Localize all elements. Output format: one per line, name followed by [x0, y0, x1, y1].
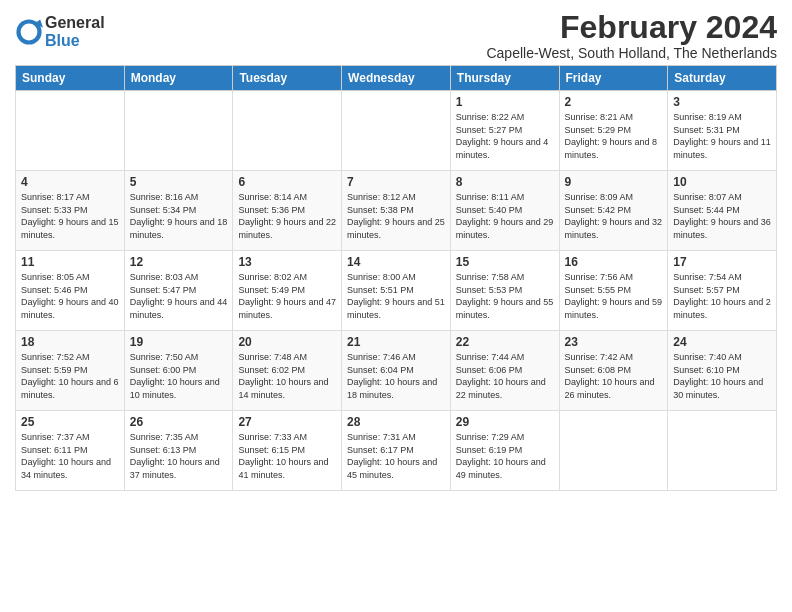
week-row-1: 4Sunrise: 8:17 AM Sunset: 5:33 PM Daylig…	[16, 171, 777, 251]
day-info-1: Sunrise: 8:22 AM Sunset: 5:27 PM Dayligh…	[456, 111, 554, 161]
cell-3-1: 19Sunrise: 7:50 AM Sunset: 6:00 PM Dayli…	[124, 331, 233, 411]
cell-4-6	[668, 411, 777, 491]
cell-4-2: 27Sunrise: 7:33 AM Sunset: 6:15 PM Dayli…	[233, 411, 342, 491]
day-info-8: Sunrise: 8:11 AM Sunset: 5:40 PM Dayligh…	[456, 191, 554, 241]
logo-icon	[15, 18, 43, 46]
subtitle: Capelle-West, South Holland, The Netherl…	[486, 45, 777, 61]
cell-2-2: 13Sunrise: 8:02 AM Sunset: 5:49 PM Dayli…	[233, 251, 342, 331]
day-info-10: Sunrise: 8:07 AM Sunset: 5:44 PM Dayligh…	[673, 191, 771, 241]
day-number-10: 10	[673, 175, 771, 189]
day-number-6: 6	[238, 175, 336, 189]
day-number-17: 17	[673, 255, 771, 269]
cell-0-2	[233, 91, 342, 171]
day-number-29: 29	[456, 415, 554, 429]
day-number-15: 15	[456, 255, 554, 269]
day-info-6: Sunrise: 8:14 AM Sunset: 5:36 PM Dayligh…	[238, 191, 336, 241]
cell-0-6: 3Sunrise: 8:19 AM Sunset: 5:31 PM Daylig…	[668, 91, 777, 171]
cell-0-4: 1Sunrise: 8:22 AM Sunset: 5:27 PM Daylig…	[450, 91, 559, 171]
calendar-header-row: Sunday Monday Tuesday Wednesday Thursday…	[16, 66, 777, 91]
day-number-22: 22	[456, 335, 554, 349]
cell-2-0: 11Sunrise: 8:05 AM Sunset: 5:46 PM Dayli…	[16, 251, 125, 331]
day-number-7: 7	[347, 175, 445, 189]
day-info-2: Sunrise: 8:21 AM Sunset: 5:29 PM Dayligh…	[565, 111, 663, 161]
day-number-11: 11	[21, 255, 119, 269]
day-info-18: Sunrise: 7:52 AM Sunset: 5:59 PM Dayligh…	[21, 351, 119, 401]
day-info-5: Sunrise: 8:16 AM Sunset: 5:34 PM Dayligh…	[130, 191, 228, 241]
cell-1-0: 4Sunrise: 8:17 AM Sunset: 5:33 PM Daylig…	[16, 171, 125, 251]
day-number-12: 12	[130, 255, 228, 269]
cell-2-4: 15Sunrise: 7:58 AM Sunset: 5:53 PM Dayli…	[450, 251, 559, 331]
title-block: February 2024 Capelle-West, South Hollan…	[486, 10, 777, 61]
day-info-9: Sunrise: 8:09 AM Sunset: 5:42 PM Dayligh…	[565, 191, 663, 241]
cell-4-0: 25Sunrise: 7:37 AM Sunset: 6:11 PM Dayli…	[16, 411, 125, 491]
cell-2-3: 14Sunrise: 8:00 AM Sunset: 5:51 PM Dayli…	[342, 251, 451, 331]
day-number-14: 14	[347, 255, 445, 269]
cell-3-4: 22Sunrise: 7:44 AM Sunset: 6:06 PM Dayli…	[450, 331, 559, 411]
day-info-7: Sunrise: 8:12 AM Sunset: 5:38 PM Dayligh…	[347, 191, 445, 241]
col-thursday: Thursday	[450, 66, 559, 91]
day-info-22: Sunrise: 7:44 AM Sunset: 6:06 PM Dayligh…	[456, 351, 554, 401]
day-info-27: Sunrise: 7:33 AM Sunset: 6:15 PM Dayligh…	[238, 431, 336, 481]
day-info-21: Sunrise: 7:46 AM Sunset: 6:04 PM Dayligh…	[347, 351, 445, 401]
cell-2-5: 16Sunrise: 7:56 AM Sunset: 5:55 PM Dayli…	[559, 251, 668, 331]
day-info-24: Sunrise: 7:40 AM Sunset: 6:10 PM Dayligh…	[673, 351, 771, 401]
day-number-3: 3	[673, 95, 771, 109]
week-row-2: 11Sunrise: 8:05 AM Sunset: 5:46 PM Dayli…	[16, 251, 777, 331]
calendar-table: Sunday Monday Tuesday Wednesday Thursday…	[15, 65, 777, 491]
day-info-26: Sunrise: 7:35 AM Sunset: 6:13 PM Dayligh…	[130, 431, 228, 481]
day-number-8: 8	[456, 175, 554, 189]
cell-4-4: 29Sunrise: 7:29 AM Sunset: 6:19 PM Dayli…	[450, 411, 559, 491]
cell-1-1: 5Sunrise: 8:16 AM Sunset: 5:34 PM Daylig…	[124, 171, 233, 251]
week-row-4: 25Sunrise: 7:37 AM Sunset: 6:11 PM Dayli…	[16, 411, 777, 491]
logo-blue-text: Blue	[45, 32, 105, 50]
cell-1-4: 8Sunrise: 8:11 AM Sunset: 5:40 PM Daylig…	[450, 171, 559, 251]
day-info-15: Sunrise: 7:58 AM Sunset: 5:53 PM Dayligh…	[456, 271, 554, 321]
cell-4-5	[559, 411, 668, 491]
cell-2-6: 17Sunrise: 7:54 AM Sunset: 5:57 PM Dayli…	[668, 251, 777, 331]
day-info-13: Sunrise: 8:02 AM Sunset: 5:49 PM Dayligh…	[238, 271, 336, 321]
cell-0-5: 2Sunrise: 8:21 AM Sunset: 5:29 PM Daylig…	[559, 91, 668, 171]
svg-point-1	[21, 23, 38, 40]
week-row-3: 18Sunrise: 7:52 AM Sunset: 5:59 PM Dayli…	[16, 331, 777, 411]
cell-3-0: 18Sunrise: 7:52 AM Sunset: 5:59 PM Dayli…	[16, 331, 125, 411]
day-info-11: Sunrise: 8:05 AM Sunset: 5:46 PM Dayligh…	[21, 271, 119, 321]
day-number-18: 18	[21, 335, 119, 349]
day-number-26: 26	[130, 415, 228, 429]
cell-1-3: 7Sunrise: 8:12 AM Sunset: 5:38 PM Daylig…	[342, 171, 451, 251]
day-info-20: Sunrise: 7:48 AM Sunset: 6:02 PM Dayligh…	[238, 351, 336, 401]
day-number-19: 19	[130, 335, 228, 349]
col-friday: Friday	[559, 66, 668, 91]
week-row-0: 1Sunrise: 8:22 AM Sunset: 5:27 PM Daylig…	[16, 91, 777, 171]
cell-0-0	[16, 91, 125, 171]
cell-4-3: 28Sunrise: 7:31 AM Sunset: 6:17 PM Dayli…	[342, 411, 451, 491]
logo: General Blue	[15, 14, 105, 49]
col-sunday: Sunday	[16, 66, 125, 91]
day-number-28: 28	[347, 415, 445, 429]
day-info-12: Sunrise: 8:03 AM Sunset: 5:47 PM Dayligh…	[130, 271, 228, 321]
logo-general-text: General	[45, 14, 105, 32]
cell-1-5: 9Sunrise: 8:09 AM Sunset: 5:42 PM Daylig…	[559, 171, 668, 251]
col-saturday: Saturday	[668, 66, 777, 91]
cell-2-1: 12Sunrise: 8:03 AM Sunset: 5:47 PM Dayli…	[124, 251, 233, 331]
day-info-17: Sunrise: 7:54 AM Sunset: 5:57 PM Dayligh…	[673, 271, 771, 321]
header: General Blue February 2024 Capelle-West,…	[15, 10, 777, 61]
cell-3-2: 20Sunrise: 7:48 AM Sunset: 6:02 PM Dayli…	[233, 331, 342, 411]
cell-3-3: 21Sunrise: 7:46 AM Sunset: 6:04 PM Dayli…	[342, 331, 451, 411]
day-number-4: 4	[21, 175, 119, 189]
day-number-25: 25	[21, 415, 119, 429]
main-title: February 2024	[486, 10, 777, 45]
calendar-page: General Blue February 2024 Capelle-West,…	[0, 0, 792, 612]
day-number-13: 13	[238, 255, 336, 269]
col-monday: Monday	[124, 66, 233, 91]
day-number-2: 2	[565, 95, 663, 109]
cell-3-6: 24Sunrise: 7:40 AM Sunset: 6:10 PM Dayli…	[668, 331, 777, 411]
day-info-14: Sunrise: 8:00 AM Sunset: 5:51 PM Dayligh…	[347, 271, 445, 321]
day-info-28: Sunrise: 7:31 AM Sunset: 6:17 PM Dayligh…	[347, 431, 445, 481]
day-number-16: 16	[565, 255, 663, 269]
day-number-24: 24	[673, 335, 771, 349]
day-number-20: 20	[238, 335, 336, 349]
cell-1-2: 6Sunrise: 8:14 AM Sunset: 5:36 PM Daylig…	[233, 171, 342, 251]
day-number-21: 21	[347, 335, 445, 349]
day-info-4: Sunrise: 8:17 AM Sunset: 5:33 PM Dayligh…	[21, 191, 119, 241]
cell-0-3	[342, 91, 451, 171]
